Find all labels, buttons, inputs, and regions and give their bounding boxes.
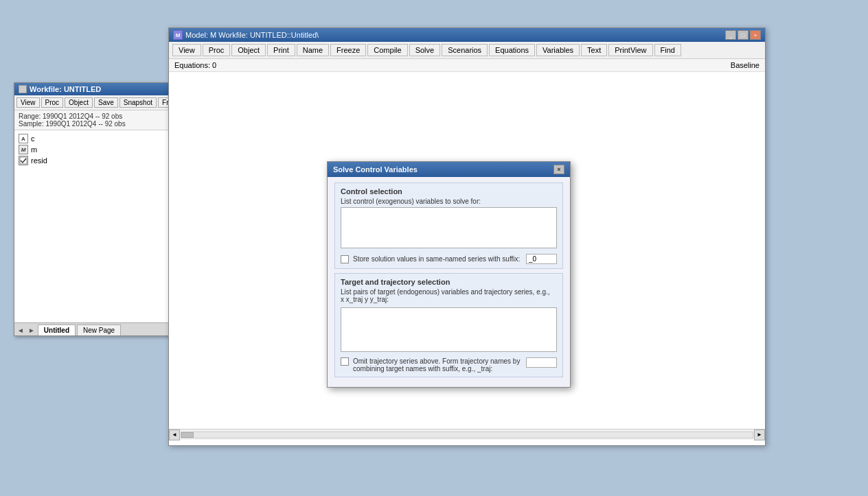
minimize-button[interactable]: _ xyxy=(725,30,736,40)
workfile-items: A c M m resid xyxy=(14,130,183,322)
menu-solve[interactable]: Solve xyxy=(409,44,441,56)
control-variables-textarea[interactable] xyxy=(341,207,557,248)
control-section: Control selection List control (exogenou… xyxy=(334,182,563,269)
suffix-row: Store solution values in same-named seri… xyxy=(341,254,557,264)
scroll-right-arrow[interactable]: ► xyxy=(754,429,765,440)
model-icon: M xyxy=(173,30,183,40)
workfile-menubar: View Proc Object Save Snapshot Fre xyxy=(14,95,183,110)
close-button[interactable]: × xyxy=(750,30,761,40)
baseline-status: Baseline xyxy=(731,61,760,69)
workfile-menu-view[interactable]: View xyxy=(16,97,40,108)
tab-untitled[interactable]: Untitled xyxy=(38,324,76,335)
workfile-info: Range: 1990Q1 2012Q4 -- 92 obs Sample: 1… xyxy=(14,110,183,130)
target-section-title: Target and trajectory selection xyxy=(341,278,557,286)
model-scrollbar: ◄ ► xyxy=(169,429,765,440)
target-section: Target and trajectory selection List pai… xyxy=(334,273,563,377)
menu-text[interactable]: Text xyxy=(581,44,607,56)
workfile-sample: Sample: 1990Q1 2012Q4 -- 92 obs xyxy=(19,120,179,128)
list-item[interactable]: A c xyxy=(19,133,179,144)
menu-name[interactable]: Name xyxy=(297,44,329,56)
omit-label: Omit trajectory series above. Form traje… xyxy=(353,357,522,373)
workfile-menu-proc[interactable]: Proc xyxy=(41,97,64,108)
workfile-title: Workfile: UNTITLED xyxy=(30,85,101,93)
model-window: M Model: M Workfile: UNTITLED::Untitled\… xyxy=(168,27,766,446)
menu-equations[interactable]: Equations xyxy=(489,44,535,56)
item-label-resid: resid xyxy=(31,156,47,165)
control-section-title: Control selection xyxy=(341,187,557,196)
workfile-range: Range: 1990Q1 2012Q4 -- 92 obs xyxy=(19,113,179,120)
trajectory-row: Omit trajectory series above. Form traje… xyxy=(341,357,557,373)
menu-printview[interactable]: PrintView xyxy=(608,44,652,56)
list-item[interactable]: resid xyxy=(19,155,179,166)
target-example: x x_traj y y_traj: xyxy=(341,296,389,303)
model-menubar: View Proc Object Print Name Freeze Compi… xyxy=(169,42,765,59)
target-variables-textarea[interactable] xyxy=(341,307,557,352)
dialog-title: Solve Control Variables xyxy=(333,165,418,174)
workfile-titlebar: Workfile: UNTITLED xyxy=(14,83,183,95)
menu-find[interactable]: Find xyxy=(654,44,681,56)
equations-status: Equations: 0 xyxy=(174,61,216,69)
workfile-menu-save[interactable]: Save xyxy=(94,97,118,108)
menu-object[interactable]: Object xyxy=(231,44,266,56)
control-list-label: List control (exogenous) variables to so… xyxy=(341,198,557,205)
workfile-menu-snapshot[interactable]: Snapshot xyxy=(119,97,157,108)
item-icon-resid xyxy=(19,156,28,165)
model-controls: _ □ × xyxy=(725,30,761,40)
tab-nav-right[interactable]: ► xyxy=(27,326,36,335)
model-content: Solve Control Variables × Control select… xyxy=(169,72,765,440)
maximize-button[interactable]: □ xyxy=(738,30,749,40)
tab-new-page[interactable]: New Page xyxy=(77,324,121,335)
suffix-checkbox[interactable] xyxy=(341,255,349,263)
menu-view[interactable]: View xyxy=(172,44,201,56)
item-label-c: c xyxy=(31,134,35,143)
menu-variables[interactable]: Variables xyxy=(536,44,580,56)
solve-control-dialog: Solve Control Variables × Control select… xyxy=(327,161,571,388)
scroll-track[interactable] xyxy=(181,432,753,438)
item-icon-c: A xyxy=(19,134,28,143)
suffix-label: Store solution values in same-named seri… xyxy=(353,255,522,263)
dialog-close-button[interactable]: × xyxy=(553,165,564,174)
suffix-input[interactable]: _0 xyxy=(526,254,557,264)
workfile-menu-object[interactable]: Object xyxy=(65,97,93,108)
item-label-m: m xyxy=(31,145,37,154)
target-list-label: List pairs of target (endogenous) variab… xyxy=(341,288,557,303)
scroll-left-arrow[interactable]: ◄ xyxy=(169,429,180,440)
menu-scenarios[interactable]: Scenarios xyxy=(442,44,488,56)
model-titlebar: M Model: M Workfile: UNTITLED::Untitled\… xyxy=(169,28,765,42)
menu-freeze[interactable]: Freeze xyxy=(330,44,366,56)
menu-proc[interactable]: Proc xyxy=(203,44,231,56)
workfile-tabs: ◄ ► Untitled New Page xyxy=(14,322,183,335)
model-title: Model: M Workfile: UNTITLED::Untitled\ xyxy=(185,31,319,39)
item-icon-m: M xyxy=(19,145,28,154)
dialog-body: Control selection List control (exogenou… xyxy=(328,177,570,387)
workfile-icon xyxy=(19,85,27,93)
dialog-titlebar: Solve Control Variables × xyxy=(328,162,570,177)
tab-nav-left[interactable]: ◄ xyxy=(16,326,25,335)
workfile-window: Workfile: UNTITLED View Proc Object Save… xyxy=(14,82,184,336)
scroll-thumb[interactable] xyxy=(181,432,194,438)
trajectory-suffix-input[interactable] xyxy=(526,357,557,368)
menu-print[interactable]: Print xyxy=(267,44,295,56)
menu-compile[interactable]: Compile xyxy=(367,44,407,56)
omit-checkbox[interactable] xyxy=(341,357,349,366)
model-statusbar: Equations: 0 Baseline xyxy=(169,59,765,72)
list-item[interactable]: M m xyxy=(19,144,179,155)
